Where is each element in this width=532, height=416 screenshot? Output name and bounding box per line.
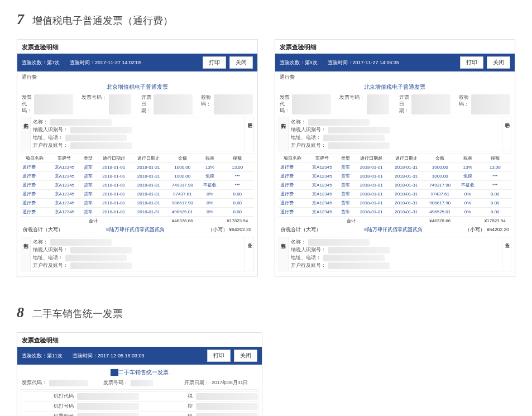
card-title: 发票查验明细 — [17, 333, 262, 347]
num-label: 发票号码： — [82, 94, 107, 114]
section-7-title: 增值税电子普通发票（通行费） — [32, 14, 173, 27]
remark-side-label: 备注 — [245, 237, 253, 271]
invoice-type-title: 北京增值税电子普通发票 — [279, 82, 512, 94]
field-label: 码 — [142, 413, 193, 416]
remark-label: 通行费 — [22, 74, 37, 81]
invoice-card-7-left: 发票查验明细 查验次数：第7次 查验时间：2017-11-27 14:02:09… — [17, 39, 258, 276]
field-value — [77, 413, 139, 416]
date-label: 开票日期： — [184, 380, 209, 386]
close-button[interactable]: 关闭 — [229, 56, 253, 69]
field-value — [77, 403, 139, 410]
field-value — [196, 413, 258, 416]
num-label: 发票号码： — [103, 380, 128, 386]
table-row: 通行费京A12345货车2018-01-012018-01-31749317.9… — [21, 181, 254, 190]
header-bar: 查验次数：第9次 查验时间：2017-11-27 14:06:35 打印 关闭 — [275, 54, 515, 71]
check-label: 校验码： — [201, 94, 211, 114]
remark-side-label: 备注 — [502, 237, 511, 271]
date-label: 开票日期： — [141, 94, 151, 114]
close-button[interactable]: 关闭 — [487, 56, 510, 69]
field-value — [77, 393, 139, 400]
header-bar: 查验次数：第11次 查验时间：2017-12-05 16:03:09 打印 关闭 — [17, 347, 262, 365]
section-8-title: 二手车销售统一发票 — [32, 307, 123, 321]
table-row: 通行费京A12345货车2018-01-012018-01-311000.00免… — [279, 172, 512, 181]
check-count-label: 查验次数： — [280, 60, 305, 65]
invoice-type-title: 北京增值税电子普通发票 — [21, 82, 254, 94]
check-time: 2017-11-27 14:02:09 — [95, 60, 142, 65]
table-row: 通行费京A12345货车2018-01-012018-01-31749317.9… — [279, 181, 512, 190]
table-row: 通行费京A12345货车2018-01-012018-01-3197437.61… — [279, 190, 512, 199]
grand-small: ¥64202.20 — [487, 227, 509, 232]
print-button[interactable]: 打印 — [203, 56, 226, 69]
items-table: 项目名称车牌号类型通行日期起通行日期止金额税率税额 通行费京A12345货车20… — [279, 154, 512, 225]
date-label: 开票日期： — [399, 94, 409, 114]
date-value: 2017年08月31日 — [212, 380, 248, 386]
section-7-header: 7 增值税电子普通发票（通行费） — [17, 11, 515, 28]
table-row: 通行费京A12345货车2018-01-012018-01-31986617.9… — [21, 199, 254, 208]
table-row: 通行费京A12345货车2018-01-012018-01-31986617.9… — [279, 199, 512, 208]
field-label: 机打号码 — [23, 403, 74, 410]
field-value — [196, 393, 258, 400]
check-count: 第9次 — [305, 60, 318, 65]
invoice-card-8: 发票查验明细 查验次数：第11次 查验时间：2017-12-05 16:03:0… — [17, 332, 262, 416]
items-table: 项目名称车牌号类型通行日期起通行日期止金额税率税额 通行费京A12345货车20… — [21, 154, 254, 225]
table-row: 通行费京A12345货车2018-01-012018-01-3197437.61… — [21, 190, 254, 199]
field-label: 机打代码 — [23, 393, 74, 400]
print-button[interactable]: 打印 — [460, 56, 483, 69]
check-count-label: 查验次数： — [22, 353, 47, 358]
num-label: 发票号码： — [339, 94, 365, 114]
section-7-number: 7 — [17, 11, 24, 28]
seller-label: 销售方 — [21, 237, 31, 271]
small-label: （小写） — [208, 227, 228, 232]
table-row: 通行费京A12345货车2018-01-012018-01-311000.00免… — [21, 172, 254, 181]
check-time-label: 查验时间： — [70, 60, 95, 65]
check-time-label: 查验时间： — [73, 353, 98, 358]
grand-small: ¥64202.20 — [229, 227, 251, 232]
check-time-label: 查验时间： — [328, 60, 353, 65]
field-label: 控 — [142, 403, 193, 410]
print-button[interactable]: 打印 — [207, 350, 231, 362]
buyer-label: 购买方 — [279, 117, 289, 151]
grand-label: 价税合计（大写） — [281, 227, 321, 232]
check-time: 2017-12-05 16:03:09 — [98, 353, 145, 358]
pwd-label: 密码区 — [502, 117, 511, 151]
check-count: 第7次 — [47, 60, 60, 65]
field-label: 税 — [142, 393, 193, 400]
section-8-header: 8 二手车销售统一发票 — [17, 304, 515, 321]
pwd-label: 密码区 — [245, 117, 253, 151]
check-time: 2017-11-27 14:06:35 — [353, 60, 400, 65]
check-label: 校验码： — [459, 94, 469, 114]
table-row: 通行费京A12345货车2018-01-012018-01-31496525.0… — [279, 208, 512, 217]
check-count: 第11次 — [47, 353, 63, 358]
card-title: 发票查验明细 — [17, 40, 257, 54]
grand-label: 价税合计（大写） — [23, 227, 63, 232]
table-row: 通行费京A12345货车2018-01-012018-01-311000.001… — [21, 163, 254, 172]
invoice-card-7-right: 发票查验明细 查验次数：第9次 查验时间：2017-11-27 14:06:35… — [275, 39, 516, 276]
invoice-type-title: ██二手车销售统一发票 — [21, 367, 258, 379]
check-count-label: 查验次数： — [22, 60, 47, 65]
seller-label: 销售方 — [279, 237, 289, 271]
remark-label: 通行费 — [280, 74, 295, 81]
table-row: 通行费京A12345货车2018-01-012018-01-311000.001… — [279, 163, 512, 172]
field-value — [196, 403, 258, 410]
table-row: 通行费京A12345货车2018-01-012018-01-31496525.0… — [21, 208, 254, 217]
close-button[interactable]: 关闭 — [234, 350, 257, 362]
grand-cn: ⊙陆万肆仟贰佰零贰圆贰角 — [106, 227, 165, 233]
header-bar: 查验次数：第7次 查验时间：2017-11-27 14:02:09 打印 关闭 — [17, 54, 257, 71]
section-8-number: 8 — [17, 304, 24, 321]
code-label: 发票代码： — [280, 94, 290, 114]
code-label: 发票代码： — [22, 94, 32, 114]
card-title: 发票查验明细 — [275, 40, 515, 54]
field-label: 机器编号 — [23, 413, 74, 416]
buyer-label: 购买方 — [21, 117, 31, 151]
code-label: 发票代码： — [22, 380, 47, 386]
small-label: （小写） — [465, 227, 485, 232]
grand-cn: ⊙陆万肆仟贰佰零贰圆贰角 — [363, 227, 423, 233]
